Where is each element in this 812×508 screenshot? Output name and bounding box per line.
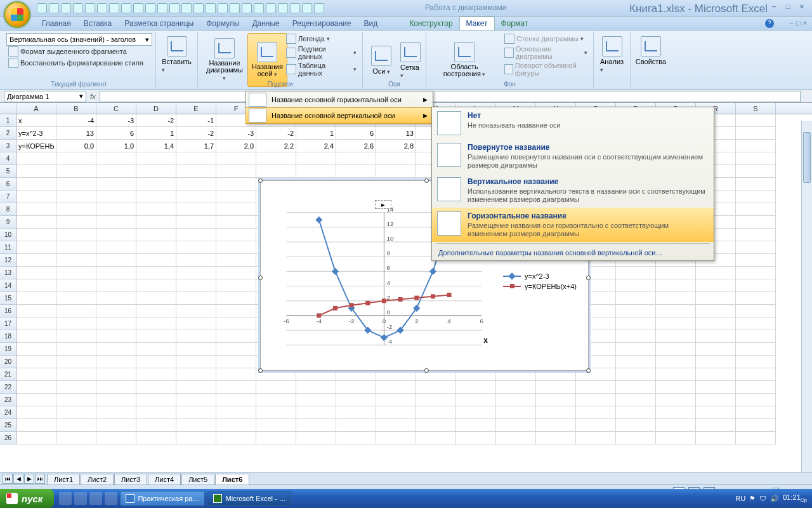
cell[interactable] (56, 305, 96, 318)
cell[interactable] (696, 343, 736, 356)
cell[interactable] (536, 394, 576, 406)
sheet-tab[interactable]: Лист3 (114, 474, 147, 485)
qat-icon[interactable] (85, 3, 95, 13)
sheet-tab[interactable]: Лист5 (181, 474, 214, 485)
cell[interactable] (736, 216, 776, 229)
cell[interactable] (176, 292, 216, 305)
cell[interactable] (536, 432, 576, 444)
axes-button[interactable]: Оси (367, 33, 396, 87)
row-header[interactable]: 17 (0, 318, 16, 330)
cell[interactable]: x (16, 114, 56, 127)
cell[interactable]: 6 (336, 127, 376, 140)
cell[interactable] (96, 190, 136, 203)
tab-nav-prev[interactable]: ◀ (13, 474, 23, 484)
cell[interactable] (136, 241, 176, 254)
cell[interactable] (496, 394, 536, 406)
quicklaunch-icon[interactable] (89, 492, 102, 505)
cell[interactable] (216, 292, 256, 305)
row-header[interactable]: 1 (0, 114, 16, 127)
wb-restore-icon[interactable]: □ (796, 19, 801, 27)
cell[interactable] (256, 406, 296, 419)
row-header[interactable]: 12 (0, 254, 16, 267)
cell[interactable] (656, 305, 696, 318)
option-vertical[interactable]: Вертикальное названиеИспользование верти… (432, 173, 714, 208)
tray-lang[interactable]: RU (735, 495, 745, 502)
cell[interactable] (376, 406, 416, 419)
cell[interactable] (56, 292, 96, 305)
cell[interactable] (216, 432, 256, 444)
cell[interactable] (696, 368, 736, 381)
cell[interactable] (136, 343, 176, 356)
cell[interactable] (176, 165, 216, 178)
cell[interactable] (656, 267, 696, 279)
cell[interactable] (16, 394, 56, 406)
cell[interactable] (216, 229, 256, 241)
cell[interactable] (216, 254, 256, 267)
cell[interactable] (136, 152, 176, 165)
cell[interactable] (696, 330, 736, 343)
cell[interactable] (96, 254, 136, 267)
cell[interactable]: 13 (56, 127, 96, 140)
cell[interactable] (736, 279, 776, 292)
cell[interactable] (256, 152, 296, 165)
properties-button[interactable]: Свойства (631, 33, 671, 69)
cell[interactable] (56, 330, 96, 343)
cell[interactable] (256, 432, 296, 444)
cell[interactable] (736, 203, 776, 216)
cell[interactable] (696, 406, 736, 419)
cell[interactable] (16, 267, 56, 279)
row-header[interactable]: 9 (0, 216, 16, 229)
qat-icon[interactable] (290, 3, 300, 13)
cell[interactable] (16, 419, 56, 432)
cell[interactable] (696, 432, 736, 444)
cell[interactable] (216, 330, 256, 343)
cell[interactable]: 2,6 (336, 140, 376, 152)
cell[interactable] (176, 203, 216, 216)
cell[interactable] (16, 178, 56, 190)
cell[interactable] (736, 368, 776, 381)
cell[interactable] (456, 419, 496, 432)
cell[interactable] (616, 368, 656, 381)
cell[interactable] (96, 152, 136, 165)
cell[interactable] (16, 254, 56, 267)
cell[interactable] (96, 203, 136, 216)
row-header[interactable]: 10 (0, 229, 16, 241)
cell[interactable] (136, 254, 176, 267)
sheet-tab[interactable]: Лист1 (47, 474, 80, 485)
menu-vert-axis-title[interactable]: Название основной вертикальной оси▶ (246, 107, 433, 124)
tab-nav-first[interactable]: ⏮ (3, 474, 13, 484)
cell[interactable] (656, 432, 696, 444)
cell[interactable] (696, 356, 736, 368)
cell[interactable] (216, 343, 256, 356)
cell[interactable] (216, 190, 256, 203)
sheet-tab[interactable]: Лист4 (148, 474, 181, 485)
row-header[interactable]: 7 (0, 190, 16, 203)
qat-icon[interactable] (302, 3, 312, 13)
cell[interactable] (696, 267, 736, 279)
reset-style[interactable]: Восстановить форматирование стиля (6, 57, 152, 69)
cell[interactable] (136, 178, 176, 190)
cell[interactable] (16, 292, 56, 305)
cell[interactable] (16, 406, 56, 419)
cell[interactable] (176, 279, 216, 292)
taskbar-task-word[interactable]: Практическая ра… (120, 491, 205, 506)
close-icon[interactable]: × (797, 3, 807, 10)
cell[interactable]: -2 (136, 114, 176, 127)
cell[interactable] (216, 406, 256, 419)
qat-icon[interactable] (145, 3, 155, 13)
row-header[interactable]: 15 (0, 292, 16, 305)
cell[interactable] (96, 267, 136, 279)
fx-icon[interactable]: fx (90, 93, 96, 100)
cell[interactable]: -3 (216, 127, 256, 140)
cell[interactable] (96, 406, 136, 419)
row-header[interactable]: 21 (0, 368, 16, 381)
cell[interactable] (336, 406, 376, 419)
row-header[interactable]: 24 (0, 406, 16, 419)
cell[interactable] (576, 406, 616, 419)
row-header[interactable]: 4 (0, 152, 16, 165)
cell[interactable] (736, 419, 776, 432)
cell[interactable]: 1 (136, 127, 176, 140)
row-header[interactable]: 11 (0, 241, 16, 254)
cell[interactable] (376, 381, 416, 394)
chart-element-selector[interactable]: Вертикальная ось (значений) - заголов▾ (6, 33, 152, 46)
